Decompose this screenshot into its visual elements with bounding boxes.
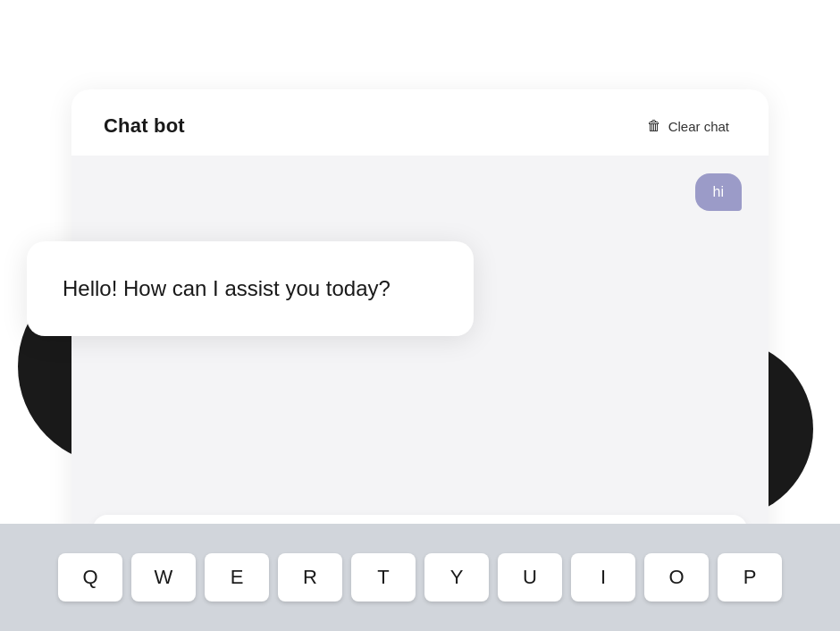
key-o[interactable]: O (644, 553, 709, 602)
keyboard: Q W E R T Y U I O P (0, 524, 840, 631)
key-w[interactable]: W (131, 553, 196, 602)
user-message-bubble: hi (695, 173, 742, 211)
bot-message-text: Hello! How can I assist you today? (63, 276, 391, 300)
clear-chat-label: Clear chat (668, 119, 729, 134)
key-e[interactable]: E (205, 553, 269, 602)
key-q[interactable]: Q (58, 553, 122, 602)
clear-chat-button[interactable]: 🗑 Clear chat (640, 114, 736, 138)
key-r[interactable]: R (278, 553, 342, 602)
key-p[interactable]: P (718, 553, 782, 602)
chat-title: Chat bot (104, 114, 185, 138)
key-t[interactable]: T (351, 553, 416, 602)
key-y[interactable]: Y (424, 553, 489, 602)
trash-icon: 🗑 (647, 118, 661, 134)
key-u[interactable]: U (498, 553, 562, 602)
bot-message-bubble: Hello! How can I assist you today? (27, 241, 474, 336)
key-i[interactable]: I (571, 553, 635, 602)
chat-header: Chat bot 🗑 Clear chat (71, 89, 769, 156)
